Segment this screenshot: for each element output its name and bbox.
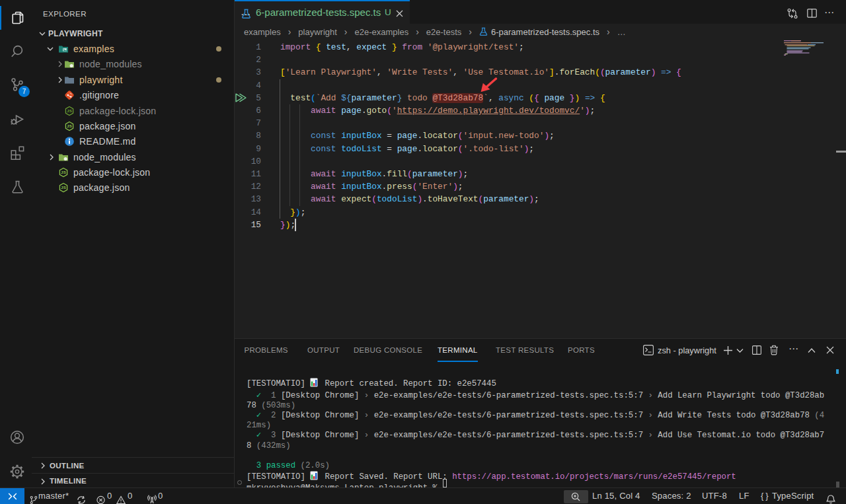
svg-text:JS: JS (61, 186, 66, 190)
svg-text:JS: JS (67, 124, 72, 128)
svg-text:JS: JS (67, 108, 72, 113)
svg-text:JS: JS (61, 170, 66, 175)
